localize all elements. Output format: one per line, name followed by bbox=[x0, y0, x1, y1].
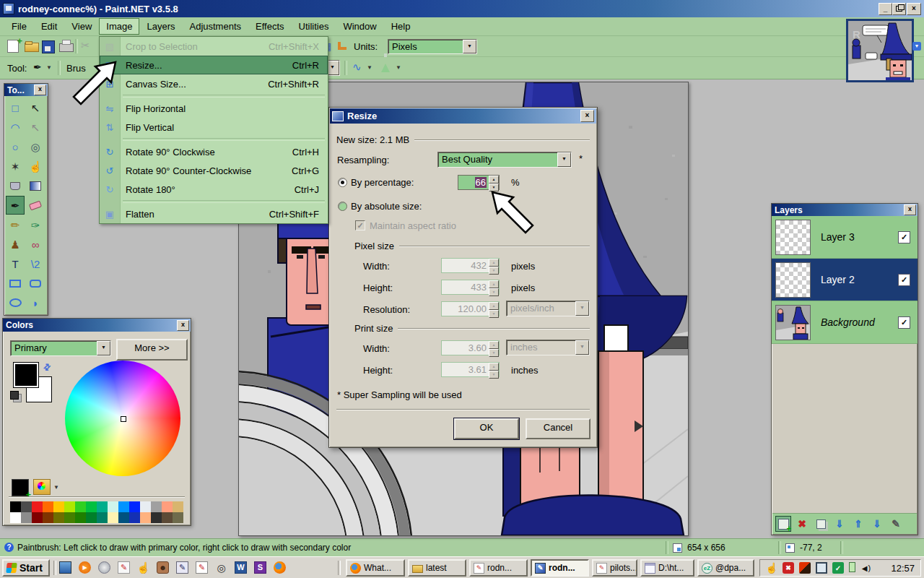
palette-swatch[interactable] bbox=[129, 501, 140, 512]
palette-swatch[interactable] bbox=[53, 501, 64, 512]
palette-swatch[interactable] bbox=[75, 501, 86, 512]
tool-clone-stamp[interactable]: ♟ bbox=[6, 235, 25, 254]
tool-ellipse-select[interactable]: ○ bbox=[6, 137, 25, 156]
palette-menu-button[interactable] bbox=[33, 479, 51, 495]
units-dropdown[interactable]: Pixels ▼ bbox=[388, 39, 477, 54]
palette-swatch[interactable] bbox=[140, 501, 151, 512]
close-button[interactable]: × bbox=[907, 3, 921, 15]
color-mode-arrow-icon[interactable]: ▼ bbox=[97, 341, 110, 355]
palette-swatch[interactable] bbox=[151, 501, 162, 512]
tool-ellipse[interactable] bbox=[6, 293, 25, 312]
tool-recolor[interactable]: ∞ bbox=[26, 235, 45, 254]
menubar-item-edit[interactable]: Edit bbox=[34, 18, 64, 35]
journal-icon[interactable]: ✎ bbox=[118, 561, 130, 574]
blend-mode-flask-icon[interactable] bbox=[381, 64, 390, 72]
s-app-icon[interactable]: S bbox=[254, 561, 266, 574]
add-layer-button[interactable] bbox=[775, 516, 791, 532]
palette-swatch[interactable] bbox=[108, 501, 118, 512]
layers-window-titlebar[interactable]: Layers x bbox=[772, 204, 918, 216]
percentage-spinner[interactable]: 66 ▲▼ bbox=[458, 175, 500, 190]
resize-dialog-titlebar[interactable]: Resize × bbox=[330, 108, 596, 124]
palette-swatch[interactable] bbox=[118, 512, 129, 523]
palette-swatch[interactable] bbox=[21, 501, 32, 512]
layer-visibility-checkbox[interactable]: ✓ bbox=[898, 231, 910, 243]
palette-swatch[interactable] bbox=[140, 512, 151, 523]
minimize-button[interactable]: _ bbox=[879, 3, 892, 15]
resampling-dropdown[interactable]: Best Quality ▼ bbox=[437, 152, 572, 168]
palette-swatch[interactable] bbox=[162, 501, 173, 512]
media-player-icon[interactable]: ▶ bbox=[79, 561, 91, 574]
open-image-thumbnail[interactable]: R bbox=[846, 19, 914, 82]
cancel-button[interactable]: Cancel bbox=[526, 418, 590, 439]
layer-visibility-checkbox[interactable]: ✓ bbox=[898, 274, 910, 286]
start-button[interactable]: Start bbox=[2, 559, 50, 577]
menubar-item-view[interactable]: View bbox=[64, 18, 99, 35]
swap-colors-icon[interactable]: ⇄ bbox=[41, 361, 53, 373]
menubar-item-help[interactable]: Help bbox=[384, 18, 418, 35]
show-desktop-icon[interactable] bbox=[59, 561, 71, 574]
blend-dropdown-arrow-icon[interactable]: ▼ bbox=[396, 65, 401, 71]
more-button[interactable]: More >> bbox=[116, 339, 188, 361]
menubar-item-file[interactable]: File bbox=[4, 18, 34, 35]
palette-swatch[interactable] bbox=[43, 512, 53, 523]
display-tray-icon[interactable] bbox=[816, 562, 827, 574]
tool-line-curve[interactable]: \2 bbox=[26, 254, 45, 273]
save-icon[interactable] bbox=[42, 40, 55, 53]
palette-swatch[interactable] bbox=[32, 512, 43, 523]
layers-window-close-icon[interactable]: x bbox=[904, 204, 916, 215]
window-titlebar[interactable]: rodney-connec%) - Paint.NET v3.5.8 _ × bbox=[0, 0, 924, 17]
power-tray-icon[interactable] bbox=[849, 562, 855, 572]
image-editor-icon[interactable]: ✎ bbox=[196, 561, 208, 574]
layer-row-background[interactable]: Background✓ bbox=[772, 301, 918, 344]
resize-dialog-close-button[interactable]: × bbox=[580, 110, 594, 122]
tool-color-picker[interactable]: ✑ bbox=[26, 215, 45, 234]
security-shield-tray-icon[interactable]: ✖ bbox=[783, 562, 794, 574]
palette-swatch[interactable] bbox=[75, 512, 86, 523]
search-icon[interactable] bbox=[98, 561, 110, 574]
taskbar-button-dpa[interactable]: eZ@dpa... bbox=[697, 559, 754, 577]
tool-move-selected-pixels[interactable]: ↖ bbox=[26, 98, 45, 117]
tool-zoom[interactable]: ◎ bbox=[26, 137, 45, 156]
taskbar-button-what[interactable]: What... bbox=[346, 559, 405, 577]
tool-paintbrush[interactable]: ✒ bbox=[6, 196, 25, 215]
magnifier-icon[interactable]: ◎ bbox=[215, 561, 227, 574]
palette-swatch[interactable] bbox=[129, 512, 140, 523]
duplicate-layer-button[interactable] bbox=[813, 516, 829, 532]
menu-item-flip-vertical[interactable]: ⇅Flip Vertical bbox=[100, 118, 328, 137]
palette-swatch[interactable] bbox=[21, 512, 32, 523]
color-pair-foreground-icon[interactable] bbox=[10, 391, 19, 400]
tool-eraser[interactable] bbox=[26, 196, 45, 215]
ok-button[interactable]: OK bbox=[454, 418, 519, 439]
percentage-spin-arrows[interactable]: ▲▼ bbox=[489, 176, 499, 189]
ruler-toggle-icon[interactable] bbox=[338, 42, 346, 50]
colors-window-close-icon[interactable]: x bbox=[177, 320, 189, 331]
tool-rectangle-select[interactable]: □ bbox=[6, 98, 25, 117]
menubar-item-utilities[interactable]: Utilities bbox=[292, 18, 336, 35]
palette-swatch[interactable] bbox=[43, 501, 53, 512]
word-icon[interactable]: W bbox=[235, 561, 247, 574]
palette-swatch[interactable] bbox=[86, 512, 97, 523]
layer-row-layer-3[interactable]: Layer 3✓ bbox=[772, 216, 918, 259]
palette-swatch[interactable] bbox=[10, 512, 21, 523]
tool-text[interactable]: T bbox=[6, 254, 25, 273]
open-file-icon[interactable] bbox=[25, 43, 39, 52]
menubar-item-layers[interactable]: Layers bbox=[139, 18, 182, 35]
palette-swatch[interactable] bbox=[173, 512, 183, 523]
menu-item-rotate-90-clockwise[interactable]: ↻Rotate 90° ClockwiseCtrl+H bbox=[100, 142, 328, 161]
layer-properties-button[interactable]: ✎ bbox=[888, 516, 904, 532]
delete-layer-button[interactable]: ✖ bbox=[794, 516, 810, 532]
messenger-icon[interactable]: ☻ bbox=[157, 561, 169, 574]
tool-pan[interactable]: ☝ bbox=[26, 157, 45, 176]
add-color-button[interactable]: + bbox=[12, 479, 29, 496]
menubar-item-adjustments[interactable]: Adjustments bbox=[182, 18, 248, 35]
tool-dropdown-arrow-icon[interactable]: ▼ bbox=[46, 65, 52, 71]
resampling-arrow-icon[interactable]: ▼ bbox=[557, 152, 571, 167]
taskbar-button-rodn[interactable]: ✎rodn... bbox=[469, 559, 528, 577]
curve-style-icon[interactable]: ∿ bbox=[352, 61, 362, 72]
by-absolute-size-radio[interactable] bbox=[338, 202, 347, 211]
palette-swatch[interactable] bbox=[162, 512, 173, 523]
menu-item-rotate-90-counter-clockwise[interactable]: ↺Rotate 90° Counter-ClockwiseCtrl+G bbox=[100, 161, 328, 180]
antivirus-tray-icon[interactable] bbox=[799, 562, 811, 574]
palette-swatch[interactable] bbox=[118, 501, 129, 512]
taskbar-button-rodn[interactable]: ✎rodn... bbox=[531, 559, 589, 577]
